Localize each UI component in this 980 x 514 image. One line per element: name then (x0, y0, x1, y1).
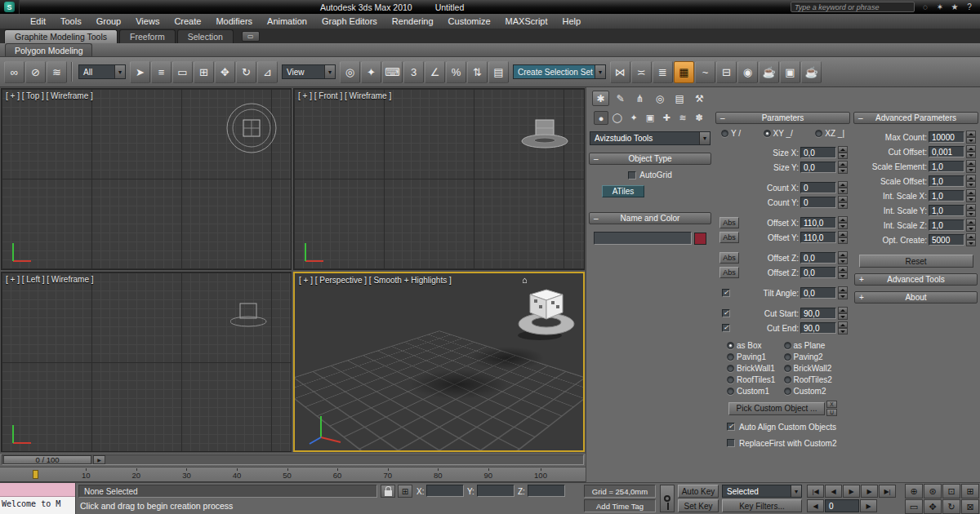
percent-snap-icon[interactable]: % (446, 61, 466, 83)
time-position-marker[interactable] (33, 470, 38, 479)
material-editor-icon[interactable]: ◉ (737, 61, 758, 83)
select-object-icon[interactable]: ➤ (130, 61, 150, 83)
atiles-button[interactable]: ATiles (602, 185, 644, 197)
tile-type-radio[interactable]: as Plane (784, 340, 841, 351)
snap-toggle-icon[interactable]: 3 (403, 61, 424, 83)
tile-type-radio[interactable]: Custom2 (784, 386, 841, 397)
menu-item[interactable]: Tools (53, 15, 89, 28)
cube-object-front-view[interactable] (519, 118, 572, 156)
menu-item[interactable]: Group (89, 15, 129, 28)
graphite-toggle-icon[interactable]: ▦ (674, 61, 694, 83)
pan-icon[interactable]: ✥ (924, 499, 942, 514)
spinner[interactable] (966, 175, 976, 188)
value-field[interactable]: 0,0 (800, 287, 836, 299)
value-field[interactable]: 0,0 (800, 147, 836, 158)
menu-item[interactable]: Animation (260, 15, 314, 28)
tile-type-radio[interactable]: Paving1 (727, 352, 784, 362)
tile-type-radio[interactable]: RoofTiles1 (727, 374, 784, 385)
cameras-icon[interactable]: ▣ (643, 111, 657, 125)
spinner[interactable] (838, 196, 848, 209)
torus-object-top-view[interactable] (218, 91, 285, 162)
next-key-icon[interactable]: ▶ (860, 499, 877, 512)
collapsed-rollout-header[interactable]: + Advanced Tools (854, 273, 978, 286)
value-field[interactable]: 0 (800, 182, 836, 193)
cube-object-left-view[interactable] (230, 302, 271, 330)
menu-item[interactable]: Views (128, 15, 167, 28)
tab-polygon-modeling[interactable]: Polygon Modeling (5, 43, 92, 56)
bind-to-spacewarp-icon[interactable]: ≋ (47, 61, 67, 83)
pick-clear-button[interactable]: X (826, 401, 837, 408)
spinner[interactable] (838, 161, 848, 174)
plane-radio[interactable]: Y / (721, 128, 741, 139)
goto-end-icon[interactable]: ▶| (879, 485, 896, 498)
plane-radio[interactable]: XY _/ (764, 128, 793, 139)
use-pivot-center-icon[interactable]: ◎ (340, 61, 360, 83)
select-manipulate-icon[interactable]: ✦ (361, 61, 381, 83)
advanced-parameters-rollout-header[interactable]: – Advanced Parameters (853, 112, 978, 124)
communication-center-icon[interactable]: ✶ (934, 2, 946, 11)
select-and-link-icon[interactable]: ∞ (4, 61, 24, 83)
selection-filter-dropdown[interactable]: All ▾ (78, 64, 126, 79)
window-crossing-icon[interactable]: ⊞ (194, 61, 214, 83)
atiles-cube-on-torus[interactable] (514, 285, 582, 343)
key-mode-dropdown[interactable]: Selected ▾ (722, 485, 802, 498)
value-field[interactable]: 5000 (929, 234, 964, 246)
ribbon-tab[interactable]: Selection (177, 29, 234, 43)
set-key-button[interactable]: Set Key (678, 499, 719, 512)
name-and-color-rollout-header[interactable]: – Name and Color (589, 212, 711, 224)
spinner-snap-icon[interactable]: ⇅ (467, 61, 488, 83)
menu-item[interactable]: MAXScript (498, 15, 555, 28)
geometry-icon[interactable]: ● (594, 111, 608, 125)
auto-key-button[interactable]: Auto Key (678, 485, 719, 498)
lights-icon[interactable]: ✦ (626, 111, 641, 125)
angle-snap-icon[interactable]: ∠ (425, 61, 445, 83)
spinner[interactable] (966, 233, 976, 246)
spinner[interactable] (966, 145, 976, 158)
spinner[interactable] (838, 146, 848, 159)
menu-item[interactable]: Create (167, 15, 208, 28)
collapsed-rollout-header[interactable]: + About (854, 291, 978, 304)
mirror-icon[interactable]: ⋈ (610, 61, 630, 83)
spinner[interactable] (838, 266, 848, 279)
home-icon[interactable]: ⌂ (522, 275, 528, 285)
render-setup-icon[interactable]: ☕ (759, 61, 779, 83)
schematic-view-icon[interactable]: ⊟ (716, 61, 737, 83)
menu-item[interactable]: Help (555, 15, 589, 28)
spinner[interactable] (966, 160, 976, 173)
curve-editor-icon[interactable]: ~ (695, 61, 715, 83)
spinner[interactable] (966, 189, 976, 202)
x-coord-field[interactable] (426, 485, 464, 497)
orbit-icon[interactable]: ↻ (942, 499, 960, 514)
unlink-selection-icon[interactable]: ⊘ (25, 61, 46, 83)
abs-button[interactable]: Abs (719, 217, 739, 228)
reset-button[interactable]: Reset (859, 255, 973, 268)
spinner[interactable] (966, 204, 976, 217)
object-type-rollout-header[interactable]: – Object Type (589, 153, 711, 165)
layer-manager-icon[interactable]: ≣ (653, 61, 673, 83)
menu-item[interactable]: Graph Editors (314, 15, 385, 28)
spacewarps-icon[interactable]: ≋ (675, 111, 690, 125)
create-tab-icon[interactable]: ✱ (592, 91, 609, 106)
listener-output-pane[interactable]: Welcome to M (0, 497, 75, 514)
keyboard-override-icon[interactable]: ⌨ (382, 61, 403, 83)
plane-radio[interactable]: XZ _| (815, 128, 844, 139)
tile-type-radio[interactable]: as Box (727, 340, 784, 351)
helpers-icon[interactable]: ✚ (659, 111, 674, 125)
spinner[interactable] (838, 251, 848, 264)
ribbon-tab[interactable]: Freeform (119, 29, 176, 43)
menu-item[interactable]: Rendering (385, 15, 441, 28)
prev-key-icon[interactable]: ◀ (807, 499, 824, 512)
application-menu-button[interactable]: S (0, 0, 20, 14)
time-slider-track[interactable]: 0 / 100 ▶ (2, 454, 584, 465)
replace-first-checkbox[interactable]: ReplaceFirst with Custom2 (715, 437, 850, 449)
abs-button[interactable]: Abs (719, 232, 739, 243)
value-field[interactable]: 0,001 (929, 146, 964, 157)
viewport-perspective-label[interactable]: [ + ] [ Perspective ] [ Smooth + Highlig… (299, 276, 452, 285)
checkbox-icon[interactable] (722, 309, 730, 317)
search-icon[interactable]: ◌ (920, 2, 931, 11)
rendered-frame-icon[interactable]: ▣ (780, 61, 800, 83)
tile-type-radio[interactable]: RoofTiles2 (784, 374, 841, 385)
absolute-mode-button[interactable]: ⊞ (398, 485, 412, 498)
auto-align-checkbox[interactable]: Auto Align Custom Objects (715, 421, 850, 432)
hierarchy-tab-icon[interactable]: ⋔ (631, 91, 648, 106)
